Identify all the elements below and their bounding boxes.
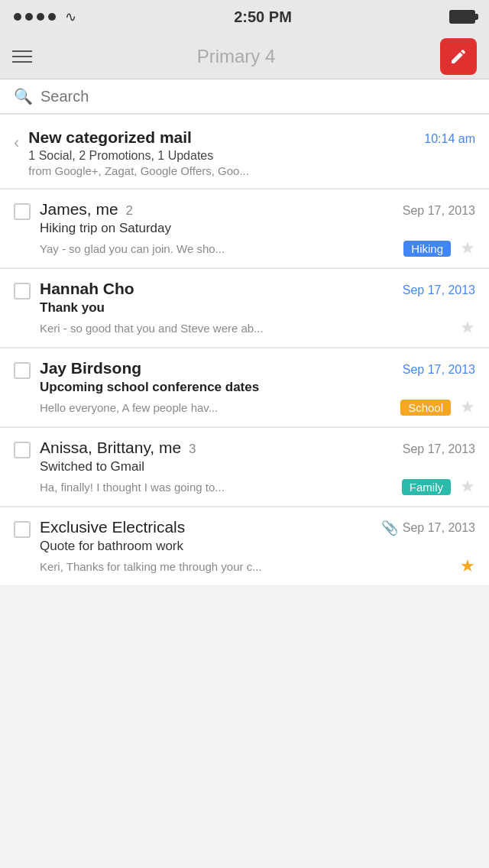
preview-row-exclusive: Keri, Thanks for talking me through your… xyxy=(40,556,475,576)
email-content-exclusive: Exclusive Electricals 📎 Sep 17, 2013 Quo… xyxy=(40,518,475,576)
subject-hannah: Thank you xyxy=(40,300,475,316)
menu-line-1 xyxy=(12,50,32,52)
subject-anissa: Switched to Gmail xyxy=(40,459,475,474)
preview-row-jay: Hello everyone, A few people hav... Scho… xyxy=(40,397,475,417)
date-anissa: Sep 17, 2013 xyxy=(403,442,475,456)
subject-jay: Upcoming school conference dates xyxy=(40,380,475,395)
cat-arrow-icon: ‹ xyxy=(14,133,19,153)
email-header-jay: Jay Birdsong Sep 17, 2013 xyxy=(40,359,475,377)
date-exclusive: Sep 17, 2013 xyxy=(403,521,475,535)
preview-row-james: Yay - so glad you can join. We sho... Hi… xyxy=(40,238,475,258)
email-content-hannah: Hannah Cho Sep 17, 2013 Thank you Keri -… xyxy=(40,280,475,338)
tag-james: Hiking xyxy=(403,241,451,257)
preview-hannah: Keri - so good that you and Steve were a… xyxy=(40,322,451,335)
compose-icon xyxy=(449,47,468,66)
checkbox-anissa[interactable] xyxy=(14,442,31,458)
email-header-anissa: Anissa, Brittany, me 3 Sep 17, 2013 xyxy=(40,439,475,457)
header-unread-count: 4 xyxy=(265,46,275,66)
signal-dot-1 xyxy=(14,13,21,21)
email-content-james: James, me 2 Sep 17, 2013 Hiking trip on … xyxy=(40,200,475,258)
star-exclusive[interactable]: ★ xyxy=(460,556,475,576)
sender-jay: Jay Birdsong xyxy=(40,359,141,377)
checkbox-james[interactable] xyxy=(14,203,31,220)
count-anissa: 3 xyxy=(189,442,196,456)
signal-dot-3 xyxy=(37,13,44,21)
cat-preview: from Google+, Zagat, Google Offers, Goo.… xyxy=(28,164,475,177)
email-list: ‹ New categorized mail 10:14 am 1 Social… xyxy=(0,115,489,586)
subject-exclusive: Quote for bathroom work xyxy=(40,539,475,554)
email-header-hannah: Hannah Cho Sep 17, 2013 xyxy=(40,280,475,298)
signal-dots xyxy=(14,13,56,21)
search-inner: 🔍 xyxy=(14,87,475,105)
checkbox-jay[interactable] xyxy=(14,362,31,379)
preview-james: Yay - so glad you can join. We sho... xyxy=(40,242,397,255)
signal-dot-4 xyxy=(48,13,56,21)
checkbox-hannah[interactable] xyxy=(14,283,31,300)
cat-content: New categorized mail 10:14 am 1 Social, … xyxy=(28,128,475,177)
count-james: 2 xyxy=(126,203,133,218)
status-time: 2:50 PM xyxy=(234,8,292,26)
email-header-james: James, me 2 Sep 17, 2013 xyxy=(40,200,475,219)
wifi-icon: ∿ xyxy=(65,8,76,25)
star-hannah[interactable]: ★ xyxy=(460,318,475,338)
search-icon: 🔍 xyxy=(14,87,33,105)
header: Primary 4 xyxy=(0,34,489,79)
star-jay[interactable]: ★ xyxy=(460,397,475,417)
preview-anissa: Ha, finally! I thought I was going to... xyxy=(40,481,396,494)
email-item-exclusive[interactable]: Exclusive Electricals 📎 Sep 17, 2013 Quo… xyxy=(0,507,489,586)
menu-line-3 xyxy=(12,61,32,63)
compose-button[interactable] xyxy=(440,38,477,75)
sender-hannah: Hannah Cho xyxy=(40,280,134,298)
tag-anissa: Family xyxy=(402,479,451,495)
header-title-text: Primary xyxy=(197,46,261,66)
status-left: ∿ xyxy=(14,8,76,25)
star-anissa[interactable]: ★ xyxy=(460,477,475,497)
date-james: Sep 17, 2013 xyxy=(403,204,475,218)
date-jay: Sep 17, 2013 xyxy=(403,363,475,377)
menu-line-2 xyxy=(12,56,32,57)
menu-button[interactable] xyxy=(12,50,32,63)
email-item-jay[interactable]: Jay Birdsong Sep 17, 2013 Upcoming schoo… xyxy=(0,348,489,427)
attachment-icon: 📎 xyxy=(381,520,398,536)
status-bar: ∿ 2:50 PM xyxy=(0,0,489,34)
search-bar: 🔍 xyxy=(0,79,489,114)
email-item-james[interactable]: James, me 2 Sep 17, 2013 Hiking trip on … xyxy=(0,189,489,268)
sender-exclusive: Exclusive Electricals xyxy=(40,518,185,536)
preview-jay: Hello everyone, A few people hav... xyxy=(40,401,394,414)
signal-dot-2 xyxy=(25,13,33,21)
preview-row-hannah: Keri - so good that you and Steve were a… xyxy=(40,318,475,338)
search-input[interactable] xyxy=(40,88,475,105)
email-header-exclusive: Exclusive Electricals 📎 Sep 17, 2013 xyxy=(40,518,475,536)
date-hannah: Sep 17, 2013 xyxy=(403,283,475,297)
subject-james: Hiking trip on Saturday xyxy=(40,221,475,236)
cat-header: New categorized mail 10:14 am xyxy=(28,128,475,147)
header-title: Primary 4 xyxy=(197,46,276,67)
email-content-anissa: Anissa, Brittany, me 3 Sep 17, 2013 Swit… xyxy=(40,439,475,497)
email-item-anissa[interactable]: Anissa, Brittany, me 3 Sep 17, 2013 Swit… xyxy=(0,428,489,507)
cat-subject: 1 Social, 2 Promotions, 1 Updates xyxy=(28,149,475,163)
tag-jay: School xyxy=(400,400,451,416)
email-item-hannah[interactable]: Hannah Cho Sep 17, 2013 Thank you Keri -… xyxy=(0,269,489,348)
battery-icon xyxy=(449,10,475,24)
preview-row-anissa: Ha, finally! I thought I was going to...… xyxy=(40,477,475,497)
checkbox-exclusive[interactable] xyxy=(14,521,31,538)
cat-time: 10:14 am xyxy=(424,132,475,146)
star-james[interactable]: ★ xyxy=(460,238,475,258)
categorized-mail-item[interactable]: ‹ New categorized mail 10:14 am 1 Social… xyxy=(0,115,489,189)
sender-anissa: Anissa, Brittany, me 3 xyxy=(40,439,196,457)
sender-james: James, me 2 xyxy=(40,200,133,219)
email-content-jay: Jay Birdsong Sep 17, 2013 Upcoming schoo… xyxy=(40,359,475,417)
cat-title: New categorized mail xyxy=(28,128,192,147)
preview-exclusive: Keri, Thanks for talking me through your… xyxy=(40,560,451,573)
sender-anissa-text: Anissa, Brittany, me xyxy=(40,439,181,456)
date-area-exclusive: 📎 Sep 17, 2013 xyxy=(381,520,475,536)
sender-james-text: James, me xyxy=(40,200,118,218)
